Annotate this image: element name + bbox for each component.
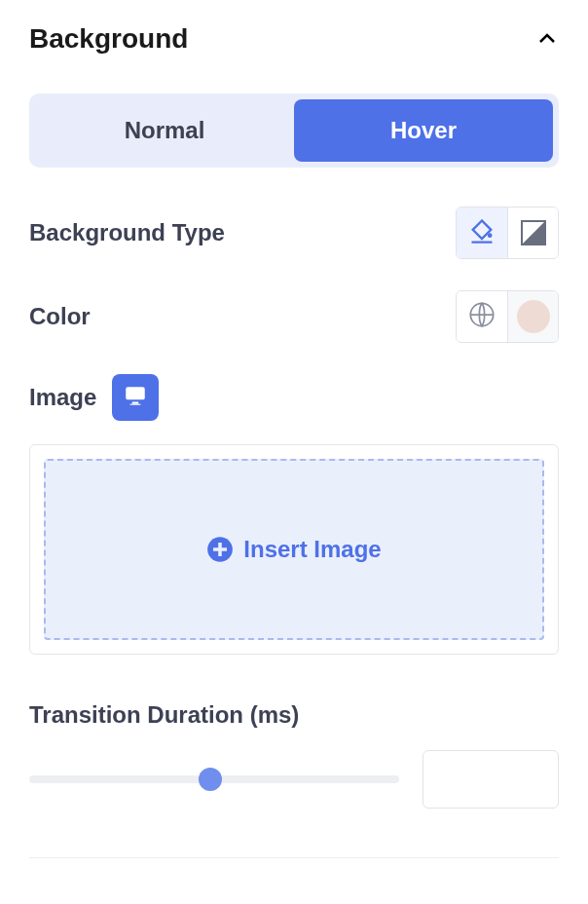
image-label: Image xyxy=(29,384,96,411)
color-swatch-icon xyxy=(517,300,550,333)
color-label: Color xyxy=(29,303,91,330)
svg-rect-6 xyxy=(130,404,141,405)
background-type-group xyxy=(456,207,559,259)
tab-hover[interactable]: Hover xyxy=(294,99,553,162)
responsive-device-button[interactable] xyxy=(112,374,159,421)
background-type-label: Background Type xyxy=(29,219,225,246)
color-control-group xyxy=(456,290,559,343)
section-title: Background xyxy=(29,23,188,55)
slider-thumb[interactable] xyxy=(199,768,222,791)
svg-rect-9 xyxy=(213,547,227,551)
svg-rect-5 xyxy=(132,402,139,404)
color-global-button[interactable] xyxy=(457,291,507,342)
bgtype-gradient-button[interactable] xyxy=(507,207,558,258)
insert-image-dropzone[interactable]: Insert Image xyxy=(44,459,544,640)
globe-icon xyxy=(468,301,496,332)
plus-circle-icon xyxy=(206,536,234,563)
paint-bucket-icon xyxy=(468,217,496,248)
state-tabs: Normal Hover xyxy=(29,94,559,168)
transition-duration-label: Transition Duration (ms) xyxy=(29,701,559,729)
image-dropzone-container: Insert Image xyxy=(29,444,559,655)
color-swatch-button[interactable] xyxy=(507,291,558,342)
desktop-icon xyxy=(123,383,148,412)
svg-rect-4 xyxy=(127,387,146,399)
bgtype-classic-button[interactable] xyxy=(457,207,507,258)
insert-image-label: Insert Image xyxy=(243,536,381,563)
svg-point-0 xyxy=(488,233,493,238)
divider xyxy=(29,857,559,858)
transition-duration-input[interactable] xyxy=(423,750,559,809)
tab-normal[interactable]: Normal xyxy=(35,99,294,162)
chevron-up-icon[interactable] xyxy=(535,27,559,51)
gradient-icon xyxy=(521,220,546,245)
transition-slider[interactable] xyxy=(29,770,399,789)
